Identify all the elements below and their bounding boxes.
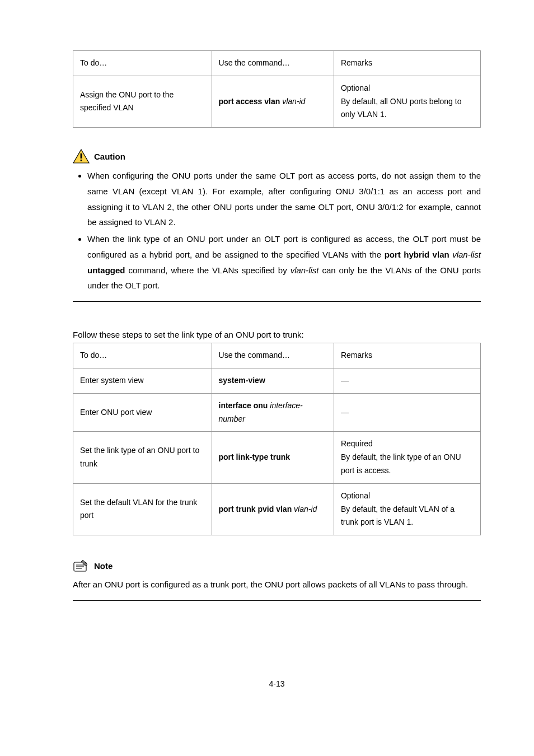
text: command, where the VLANs specified by — [125, 265, 291, 275]
table-row: Enter ONU port view interface onu interf… — [73, 393, 481, 432]
caution-block: Caution When configuring the ONU ports u… — [73, 149, 481, 302]
separator — [73, 301, 481, 302]
note-block: Note After an ONU port is configured as … — [73, 559, 481, 601]
table-row: Set the link type of an ONU port to trun… — [73, 432, 481, 483]
table-row: Enter system view system-view — — [73, 368, 481, 393]
table-access-vlan: To do… Use the command… Remarks Assign t… — [73, 50, 481, 128]
lead-text: Follow these steps to set the link type … — [73, 330, 481, 339]
svg-rect-1 — [81, 153, 82, 158]
th-command: Use the command… — [212, 343, 334, 368]
remark-line: Optional — [341, 489, 474, 503]
cmd-arg: vlan-id — [294, 505, 317, 514]
cmd-arg: vlan-list — [291, 265, 319, 275]
cell-remarks: Optional By default, all ONU ports belon… — [334, 76, 480, 127]
caution-icon — [73, 149, 90, 164]
table-trunk: To do… Use the command… Remarks Enter sy… — [73, 343, 481, 535]
th-remarks: Remarks — [334, 51, 480, 76]
page-number: 4-13 — [73, 679, 481, 688]
remark-line: By default, all ONU ports belong to only… — [341, 95, 474, 122]
cell-command: interface onu interface-number — [212, 393, 334, 432]
caution-bullet: When configuring the ONU ports under the… — [87, 168, 481, 230]
cell-remarks: Optional By default, the default VLAN of… — [334, 483, 480, 535]
th-todo: To do… — [73, 343, 212, 368]
cell-todo: Enter system view — [73, 368, 212, 393]
cmd-arg: vlan-id — [282, 97, 305, 106]
cmd-bold: interface onu — [219, 401, 268, 410]
cell-todo: Set the default VLAN for the trunk port — [73, 483, 212, 535]
th-todo: To do… — [73, 51, 212, 76]
cell-command: port access vlan vlan-id — [212, 76, 334, 127]
caution-bullet: When the link type of an ONU port under … — [87, 231, 481, 293]
cell-todo: Enter ONU port view — [73, 393, 212, 432]
cell-remarks: — — [334, 393, 480, 432]
cell-command: system-view — [212, 368, 334, 393]
cell-command: port link-type trunk — [212, 432, 334, 483]
cell-todo: Set the link type of an ONU port to trun… — [73, 432, 212, 483]
remark-line: By default, the default VLAN of a trunk … — [341, 503, 474, 530]
separator — [73, 600, 481, 601]
th-remarks: Remarks — [334, 343, 480, 368]
remark-line: Required — [341, 437, 474, 451]
cmd-bold: port trunk pvid vlan — [219, 505, 292, 514]
caution-title: Caution — [94, 152, 125, 161]
cell-remarks: Required By default, the link type of an… — [334, 432, 480, 483]
cmd-bold: system-view — [219, 376, 265, 385]
cell-todo: Assign the ONU port to the specified VLA… — [73, 76, 212, 127]
cell-command: port trunk pvid vlan vlan-id — [212, 483, 334, 535]
cmd-bold: port hybrid vlan — [385, 250, 449, 259]
note-title: Note — [94, 561, 113, 571]
table-row: Assign the ONU port to the specified VLA… — [73, 76, 481, 127]
cmd-bold: untagged — [87, 265, 125, 275]
table-row: Set the default VLAN for the trunk port … — [73, 483, 481, 535]
note-icon — [73, 559, 90, 572]
svg-rect-2 — [81, 160, 82, 161]
cmd-bold: port access vlan — [219, 97, 280, 106]
remark-line: By default, the link type of an ONU port… — [341, 451, 474, 478]
remark-line: Optional — [341, 82, 474, 95]
note-body: After an ONU port is configured as a tru… — [73, 577, 481, 592]
cmd-bold: port link-type trunk — [219, 452, 291, 461]
th-command: Use the command… — [212, 51, 334, 76]
cmd-arg: vlan-list — [452, 250, 481, 259]
cell-remarks: — — [334, 368, 480, 393]
